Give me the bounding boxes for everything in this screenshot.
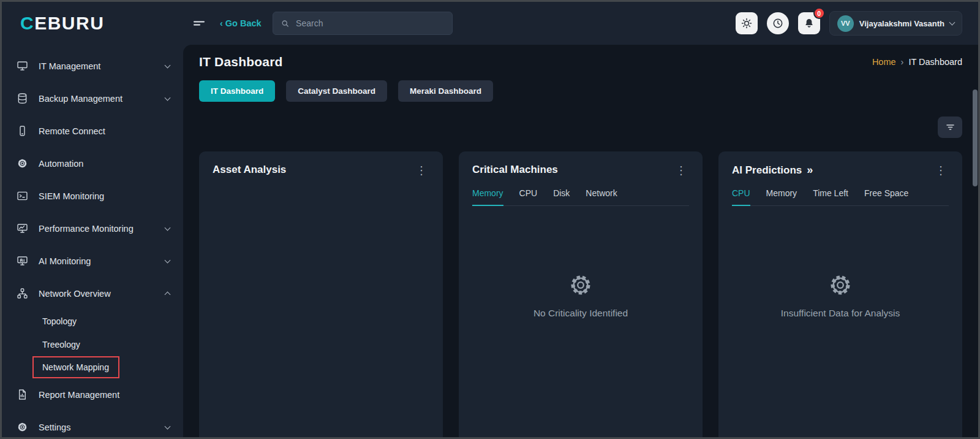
tab-it-dashboard[interactable]: IT Dashboard [199,80,275,102]
theme-toggle-button[interactable] [736,12,758,34]
empty-state: No Criticality Identified [472,272,689,319]
tab-meraki-dashboard[interactable]: Meraki Dashboard [398,80,493,102]
history-button[interactable] [767,12,789,34]
logo-first-letter: C [20,13,34,33]
sidebar-item-backup-management[interactable]: Backup Management [2,82,183,115]
breadcrumb-home-link[interactable]: Home [872,57,896,67]
tab-cpu[interactable]: CPU [519,188,538,205]
search-input[interactable] [296,18,445,28]
sidebar-item-settings[interactable]: Settings [2,411,183,437]
filter-icon [944,121,956,133]
sidebar-item-network-mapping[interactable]: Network Mapping [32,356,183,378]
sidebar-item-topology[interactable]: Topology [2,310,183,333]
card-title-text: AI Predictions [732,164,802,177]
tab-time-left[interactable]: Time Left [813,188,848,205]
kebab-menu-icon[interactable]: ⋮ [933,164,949,177]
card-title: Critical Machines [472,164,558,176]
page-title: IT Dashboard [199,55,283,69]
empty-state: Insufficient Data for Analysis [732,272,949,319]
sidebar-item-automation[interactable]: Automation [2,147,183,180]
chevron-down-icon [165,224,171,231]
clock-icon [772,17,784,29]
bell-icon [803,17,815,29]
chevron-down-icon [165,423,171,429]
sidebar-item-remote-connect[interactable]: Remote Connect [2,115,183,147]
search-icon [281,18,290,29]
avatar: VV [837,15,854,32]
search-box[interactable] [273,12,453,35]
notification-badge: 0 [813,7,825,19]
chevron-up-icon [165,292,171,298]
sidebar-item-ai-monitoring[interactable]: AI Monitoring [2,245,183,277]
card-head: AI Predictions » ⋮ [732,164,949,177]
sidebar-item-it-management[interactable]: IT Management [2,50,183,82]
sidebar-item-label: AI Monitoring [39,256,91,266]
critical-machines-card: Critical Machines ⋮ Memory CPU Disk Netw… [459,151,703,437]
card-head: Asset Analysis ⋮ [213,164,429,177]
kebab-menu-icon[interactable]: ⋮ [413,164,429,177]
sidebar-item-performance-monitoring[interactable]: Performance Monitoring [2,212,183,245]
performance-monitoring-icon [15,222,29,235]
gear-icon [827,272,853,298]
scrollbar[interactable] [973,90,978,433]
sidebar-item-label: Backup Management [39,94,123,104]
chevron-down-icon [949,20,956,26]
tab-memory[interactable]: Memory [472,188,503,206]
sidebar-item-label: SIEM Monitoring [39,191,104,201]
network-mapping-highlight-box: Network Mapping [32,356,119,378]
sidebar-item-label: Remote Connect [39,126,105,136]
sidebar-item-label: Settings [39,422,70,432]
sidebar-item-siem-monitoring[interactable]: SIEM Monitoring [2,180,183,212]
user-name: Vijayalakshmi Vasanth [859,19,944,28]
sun-icon [741,17,753,29]
card-title: Asset Analysis [213,164,286,176]
logo-area: CEBURU [2,13,183,34]
breadcrumb: Home › IT Dashboard [872,57,962,67]
sidebar-subitem-label: Topology [42,316,77,326]
card-title: AI Predictions » [732,164,813,177]
menu-icon[interactable] [189,13,209,33]
tab-catalyst-dashboard[interactable]: Catalyst Dashboard [286,80,387,102]
network-overview-icon [15,287,29,300]
sidebar-item-label: Performance Monitoring [39,224,134,234]
sidebar-subitem-label: Network Mapping [42,362,109,372]
sidebar-item-label: Automation [39,159,83,169]
tab-free-space[interactable]: Free Space [864,188,908,205]
tab-memory[interactable]: Memory [766,188,797,205]
user-menu[interactable]: VV Vijayalakshmi Vasanth [829,11,962,36]
go-back-label: Go Back [225,18,262,28]
chevron-left-icon: ‹ [220,18,223,28]
chevron-down-icon [165,257,171,263]
ai-predictions-card: AI Predictions » ⋮ CPU Memory Time Left … [718,151,962,437]
critical-machines-tabs: Memory CPU Disk Network [472,188,689,206]
sidebar-item-label: Network Overview [39,289,111,299]
chevron-down-icon [165,94,171,101]
app-window: CEBURU ‹ Go Back [0,0,980,439]
backup-management-icon [15,92,29,105]
scrollbar-thumb[interactable] [973,90,978,186]
notifications-wrap: 0 [798,12,820,34]
tab-disk[interactable]: Disk [553,188,570,205]
page-head: IT Dashboard Home › IT Dashboard [199,55,962,69]
header-main: ‹ Go Back [183,11,978,36]
sidebar-item-network-overview[interactable]: Network Overview [2,277,183,310]
empty-message: No Criticality Identified [533,308,628,319]
tab-network[interactable]: Network [586,188,617,205]
kebab-menu-icon[interactable]: ⋮ [673,164,689,177]
sidebar: IT Management Backup Management Remote C… [2,45,183,437]
ai-monitoring-icon [15,254,29,268]
tab-cpu[interactable]: CPU [732,188,750,206]
breadcrumb-separator: › [901,57,904,67]
expand-arrows-icon[interactable]: » [807,164,813,177]
logo-rest: EBURU [34,13,104,33]
settings-gear-icon [15,421,29,434]
sidebar-subitem-label: Treeology [42,340,80,349]
sidebar-item-treeology[interactable]: Treeology [2,333,183,356]
sidebar-item-report-management[interactable]: Report Management [2,378,183,411]
ceburu-logo[interactable]: CEBURU [20,13,183,34]
report-management-icon [15,388,29,402]
header-actions: 0 VV Vijayalakshmi Vasanth [736,11,962,36]
automation-icon [15,157,29,170]
filter-button[interactable] [938,116,962,138]
go-back-link[interactable]: ‹ Go Back [220,18,262,28]
